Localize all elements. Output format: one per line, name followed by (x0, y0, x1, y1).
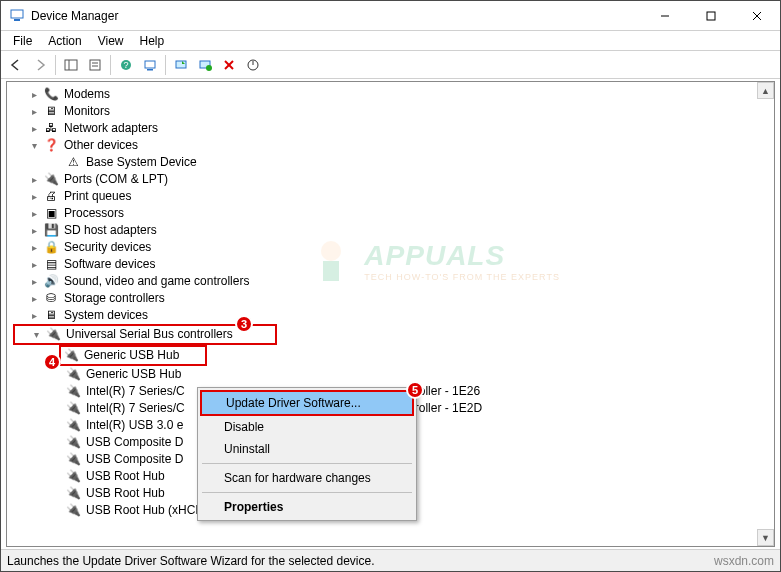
tree-node-processors[interactable]: ▸▣Processors (13, 205, 774, 222)
expand-icon[interactable]: ▸ (27, 103, 41, 120)
svg-rect-3 (707, 12, 715, 20)
menu-view[interactable]: View (90, 32, 132, 50)
window-controls (642, 1, 780, 31)
expand-icon[interactable]: ▸ (27, 290, 41, 307)
expand-icon[interactable]: ▸ (27, 86, 41, 103)
svg-rect-0 (11, 10, 23, 18)
context-disable[interactable]: Disable (200, 416, 414, 438)
collapse-icon[interactable]: ▾ (29, 326, 43, 343)
svg-text:?: ? (123, 60, 128, 70)
window-title: Device Manager (31, 9, 642, 23)
tree-node-sd-host[interactable]: ▸💾SD host adapters (13, 222, 774, 239)
monitor-icon: 🖥 (43, 104, 59, 120)
statusbar: Launches the Update Driver Software Wiza… (1, 549, 780, 571)
scan-hardware-button[interactable] (139, 54, 161, 76)
minimize-button[interactable] (642, 1, 688, 31)
callout-4-box: 🔌Generic USB Hub (59, 345, 207, 366)
help-button[interactable]: ? (115, 54, 137, 76)
menu-help[interactable]: Help (132, 32, 173, 50)
toolbar-separator (110, 55, 111, 75)
forward-button[interactable] (29, 54, 51, 76)
svg-rect-8 (90, 60, 100, 70)
expand-icon[interactable]: ▸ (27, 188, 41, 205)
callout-badge-3: 3 (235, 315, 253, 333)
svg-rect-6 (65, 60, 77, 70)
titlebar: Device Manager (1, 1, 780, 31)
usb-icon: 🔌 (45, 327, 61, 343)
expand-icon[interactable]: ▸ (27, 307, 41, 324)
usb-plug-icon: 🔌 (65, 452, 81, 468)
other-icon: ❓ (43, 138, 59, 154)
usb-plug-icon: 🔌 (65, 418, 81, 434)
device-manager-icon (9, 8, 25, 24)
expand-icon[interactable]: ▸ (27, 120, 41, 137)
expand-icon[interactable]: ▸ (27, 239, 41, 256)
update-driver-button[interactable] (170, 54, 192, 76)
properties-button[interactable] (84, 54, 106, 76)
toolbar-separator (165, 55, 166, 75)
usb-plug-icon: 🔌 (65, 503, 81, 519)
expand-icon[interactable]: ▸ (27, 222, 41, 239)
usb-plug-icon: 🔌 (65, 486, 81, 502)
toolbar: ? (1, 51, 780, 79)
context-separator (202, 463, 412, 464)
tree-node-modems[interactable]: ▸📞Modems (13, 86, 774, 103)
menubar: File Action View Help (1, 31, 780, 51)
scroll-down-button[interactable]: ▼ (757, 529, 774, 546)
usb-plug-icon: 🔌 (65, 401, 81, 417)
svg-rect-14 (147, 69, 153, 71)
warning-icon: ⚠ (65, 155, 81, 171)
disable-button[interactable] (218, 54, 240, 76)
network-icon: 🖧 (43, 121, 59, 137)
expand-icon[interactable]: ▸ (27, 273, 41, 290)
usb-plug-icon: 🔌 (65, 384, 81, 400)
menu-action[interactable]: Action (40, 32, 89, 50)
tree-node-ports[interactable]: ▸🔌Ports (COM & LPT) (13, 171, 774, 188)
context-update-driver[interactable]: Update Driver Software... (202, 392, 412, 414)
tree-node-network[interactable]: ▸🖧Network adapters (13, 120, 774, 137)
context-properties[interactable]: Properties (200, 496, 414, 518)
usb-plug-icon: 🔌 (65, 367, 81, 383)
software-icon: ▤ (43, 257, 59, 273)
context-uninstall[interactable]: Uninstall (200, 438, 414, 460)
enable-button[interactable] (242, 54, 264, 76)
tree-node-software[interactable]: ▸▤Software devices (13, 256, 774, 273)
maximize-button[interactable] (688, 1, 734, 31)
tree-node-generic-usb-hub[interactable]: 🔌Generic USB Hub (13, 366, 774, 383)
tree-node-base-system-device[interactable]: ⚠Base System Device (13, 154, 774, 171)
tree-node-generic-usb-hub[interactable]: 🔌Generic USB Hub (61, 347, 205, 364)
credit-text: wsxdn.com (714, 554, 774, 568)
security-icon: 🔒 (43, 240, 59, 256)
callout-5-box: Update Driver Software... (200, 390, 414, 416)
collapse-icon[interactable]: ▾ (27, 137, 41, 154)
port-icon: 🔌 (43, 172, 59, 188)
close-button[interactable] (734, 1, 780, 31)
context-scan-hardware[interactable]: Scan for hardware changes (200, 467, 414, 489)
cpu-icon: ▣ (43, 206, 59, 222)
usb-plug-icon: 🔌 (65, 435, 81, 451)
callout-badge-5: 5 (406, 381, 424, 399)
tree-node-monitors[interactable]: ▸🖥Monitors (13, 103, 774, 120)
expand-icon[interactable]: ▸ (27, 256, 41, 273)
uninstall-button[interactable] (194, 54, 216, 76)
system-icon: 🖥 (43, 308, 59, 324)
expand-icon[interactable]: ▸ (27, 171, 41, 188)
show-hide-tree-button[interactable] (60, 54, 82, 76)
tree-node-storage[interactable]: ▸⛁Storage controllers (13, 290, 774, 307)
storage-icon: ⛁ (43, 291, 59, 307)
svg-rect-1 (14, 19, 20, 21)
expand-icon[interactable]: ▸ (27, 205, 41, 222)
sd-icon: 💾 (43, 223, 59, 239)
tree-node-print-queues[interactable]: ▸🖨Print queues (13, 188, 774, 205)
toolbar-separator (55, 55, 56, 75)
back-button[interactable] (5, 54, 27, 76)
status-text: Launches the Update Driver Software Wiza… (7, 554, 375, 568)
svg-rect-13 (145, 61, 155, 68)
menu-file[interactable]: File (5, 32, 40, 50)
tree-node-security[interactable]: ▸🔒Security devices (13, 239, 774, 256)
svg-point-17 (206, 65, 212, 71)
usb-plug-icon: 🔌 (63, 348, 79, 364)
tree-node-other-devices[interactable]: ▾❓Other devices (13, 137, 774, 154)
tree-node-system[interactable]: ▸🖥System devices (13, 307, 774, 324)
tree-node-sound[interactable]: ▸🔊Sound, video and game controllers (13, 273, 774, 290)
